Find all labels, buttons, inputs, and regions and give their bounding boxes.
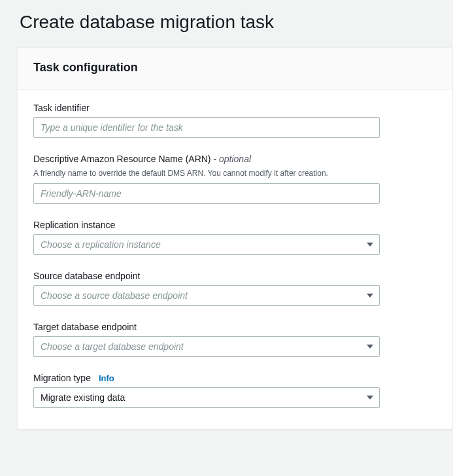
descriptive-arn-optional: optional (219, 154, 251, 164)
source-endpoint-select[interactable]: Choose a source database endpoint (33, 285, 380, 306)
target-endpoint-select[interactable]: Choose a target database endpoint (33, 336, 380, 357)
field-task-identifier: Task identifier (33, 103, 437, 138)
descriptive-arn-label: Descriptive Amazon Resource Name (ARN) -… (33, 154, 437, 164)
replication-instance-select[interactable]: Choose a replication instance (33, 234, 380, 255)
field-replication-instance: Replication instance Choose a replicatio… (33, 220, 437, 255)
field-source-endpoint: Source database endpoint Choose a source… (33, 271, 437, 306)
descriptive-arn-input[interactable] (33, 183, 380, 204)
panel-header: Task configuration (18, 48, 452, 90)
target-endpoint-label: Target database endpoint (33, 322, 437, 332)
migration-type-info-link[interactable]: Info (99, 373, 114, 383)
descriptive-arn-label-text: Descriptive Amazon Resource Name (ARN) - (33, 154, 219, 164)
target-endpoint-select-wrap: Choose a target database endpoint (33, 336, 380, 357)
page-title: Create database migration task (0, 0, 453, 47)
task-identifier-input[interactable] (33, 117, 380, 138)
migration-type-select-wrap: Migrate existing data (33, 387, 380, 408)
panel-header-title: Task configuration (33, 61, 437, 75)
source-endpoint-select-wrap: Choose a source database endpoint (33, 285, 380, 306)
field-migration-type: Migration type Info Migrate existing dat… (33, 373, 437, 408)
migration-type-label: Migration type (33, 373, 91, 383)
task-configuration-panel: Task configuration Task identifier Descr… (17, 47, 453, 430)
source-endpoint-label: Source database endpoint (33, 271, 437, 281)
replication-instance-select-wrap: Choose a replication instance (33, 234, 380, 255)
field-target-endpoint: Target database endpoint Choose a target… (33, 322, 437, 357)
panel-body: Task identifier Descriptive Amazon Resou… (18, 90, 452, 429)
descriptive-arn-hint: A friendly name to override the default … (33, 168, 437, 179)
replication-instance-label: Replication instance (33, 220, 437, 230)
task-identifier-label: Task identifier (33, 103, 437, 113)
field-descriptive-arn: Descriptive Amazon Resource Name (ARN) -… (33, 154, 437, 204)
migration-type-select[interactable]: Migrate existing data (33, 387, 380, 408)
